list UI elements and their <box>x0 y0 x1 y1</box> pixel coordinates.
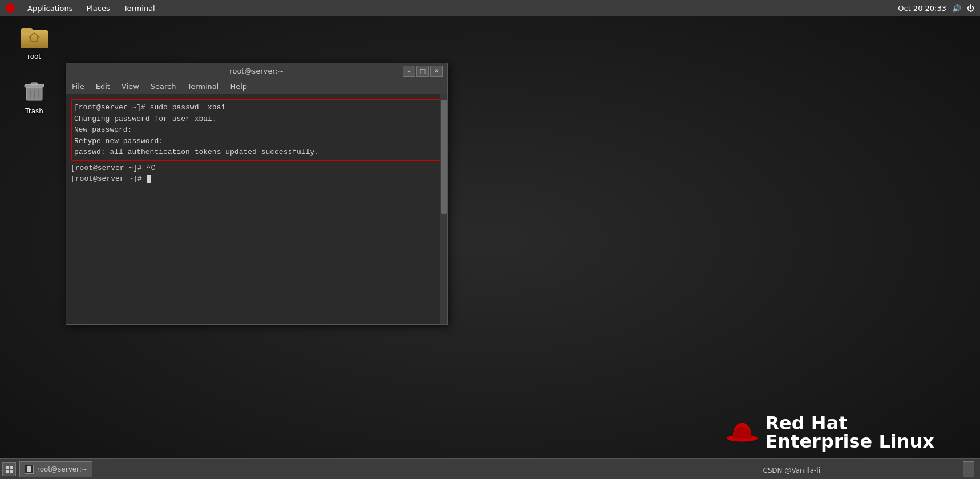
minimize-button[interactable]: – <box>403 66 415 77</box>
svg-rect-13 <box>6 470 9 473</box>
term-line-4: Retype new password: <box>74 136 439 147</box>
desktop-icon-root[interactable]: root <box>11 23 57 60</box>
sound-icon[interactable]: 🔊 <box>952 4 961 13</box>
taskbar-left: █ root@server:~ <box>0 461 95 477</box>
root-folder-label: root <box>27 52 41 60</box>
svg-rect-11 <box>6 466 9 469</box>
terminal-menubar: File Edit View Search Terminal Help <box>66 79 447 94</box>
top-menubar-left: Applications Places Terminal <box>0 0 162 16</box>
terminal-scrollbar[interactable] <box>440 94 447 324</box>
terminal-window: root@server:~ – □ ✕ File Edit View Searc… <box>66 63 448 325</box>
term-line-5: passwd: all authentication tokens update… <box>74 147 439 158</box>
taskbar-window-label: root@server:~ <box>37 465 87 473</box>
redhat-logo: Red Hat Enterprise Linux <box>725 414 934 450</box>
window-controls: – □ ✕ <box>403 66 443 77</box>
terminal-title: root@server:~ <box>229 67 284 75</box>
svg-rect-12 <box>10 466 13 469</box>
redhat-product: Enterprise Linux <box>765 432 934 450</box>
terminal-titlebar: root@server:~ – □ ✕ <box>66 63 447 79</box>
folder-icon-img <box>21 23 48 50</box>
terminal-cursor <box>147 175 151 183</box>
menu-terminal[interactable]: Terminal <box>117 0 162 16</box>
highlighted-output-box: [root@server ~]# sudo passwd xbai Changi… <box>71 99 443 161</box>
desktop-icon-area: root Trash <box>11 23 57 115</box>
taskbar-right: CSDN @Vanilla-li <box>963 461 980 477</box>
svg-rect-14 <box>10 470 13 473</box>
power-icon[interactable]: ⏻ <box>967 4 974 13</box>
close-button[interactable]: ✕ <box>430 66 443 77</box>
desktop-icon-trash[interactable]: Trash <box>11 78 57 115</box>
show-desktop-button[interactable] <box>963 461 974 477</box>
term-line-6: [root@server ~]# ^C <box>71 163 443 174</box>
term-line-7: [root@server ~]# <box>71 173 443 185</box>
menu-applications[interactable]: Applications <box>21 0 79 16</box>
terminal-menu-help[interactable]: Help <box>224 79 253 94</box>
terminal-menu-search[interactable]: Search <box>145 79 182 94</box>
desktop: Applications Places Terminal Oct 20 20:3… <box>0 0 980 479</box>
redhat-name: Red Hat <box>765 414 934 432</box>
taskbar-terminal-icon: █ <box>25 465 34 474</box>
top-menubar: Applications Places Terminal Oct 20 20:3… <box>0 0 980 16</box>
redhat-app-icon <box>5 2 16 14</box>
datetime-display: Oct 20 20:33 <box>898 4 946 13</box>
svg-rect-2 <box>21 28 33 33</box>
csdn-label: CSDN @Vanilla-li <box>763 466 820 474</box>
taskbar: █ root@server:~ CSDN @Vanilla-li <box>0 458 980 479</box>
term-line-1: [root@server ~]# sudo passwd xbai <box>74 102 439 113</box>
terminal-content[interactable]: [root@server ~]# sudo passwd xbai Changi… <box>66 94 447 324</box>
terminal-menu-terminal[interactable]: Terminal <box>181 79 224 94</box>
terminal-menu-view[interactable]: View <box>116 79 145 94</box>
terminal-menu-edit[interactable]: Edit <box>90 79 116 94</box>
term-line-2: Changing password for user xbai. <box>74 113 439 125</box>
taskbar-window-button[interactable]: █ root@server:~ <box>19 461 92 477</box>
trash-icon-img <box>21 78 48 105</box>
terminal-menu-file[interactable]: File <box>66 79 90 94</box>
maximize-button[interactable]: □ <box>416 66 429 77</box>
trash-label: Trash <box>25 107 43 115</box>
scrollbar-thumb[interactable] <box>441 100 447 214</box>
top-menubar-right: Oct 20 20:33 🔊 ⏻ <box>898 4 980 13</box>
svg-rect-6 <box>31 83 38 85</box>
term-line-3: New password: <box>74 124 439 136</box>
redhat-text: Red Hat Enterprise Linux <box>765 414 934 450</box>
redhat-hat-icon <box>725 418 759 446</box>
workspace-switcher[interactable] <box>2 462 16 476</box>
menu-places[interactable]: Places <box>79 0 116 16</box>
